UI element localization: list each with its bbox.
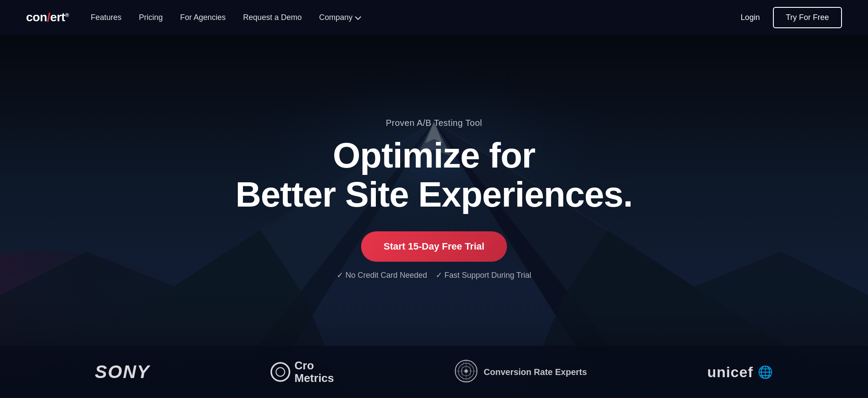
cre-svg (454, 359, 478, 383)
nav-item-demo[interactable]: Request a Demo (243, 13, 302, 22)
nav-item-agencies[interactable]: For Agencies (180, 13, 226, 22)
crometrics-svg (270, 362, 290, 382)
cro-text: Cro (295, 359, 334, 372)
unicef-globe-icon: 🌐 (758, 365, 773, 379)
try-free-button[interactable]: Try For Free (773, 7, 842, 28)
login-link[interactable]: Login (741, 13, 760, 22)
nav-link-features[interactable]: Features (91, 13, 122, 22)
sony-logo: SONY (95, 362, 150, 382)
logo-slash: / (47, 10, 50, 24)
hero-section: Proven A/B Testing Tool Optimize for Bet… (0, 35, 868, 398)
hero-subtitle: Proven A/B Testing Tool (386, 118, 482, 128)
hero-content: Proven A/B Testing Tool Optimize for Bet… (236, 118, 633, 280)
trial-cta-button[interactable]: Start 15-Day Free Trial (361, 231, 507, 262)
crometrics-icon (270, 362, 290, 382)
cre-label: Conversion Rate Experts (484, 367, 587, 377)
hero-title: Optimize for Better Site Experiences. (236, 136, 633, 214)
nav-left: con/ert® Features Pricing For Agencies R… (26, 10, 360, 24)
company-chevron-icon (355, 13, 361, 20)
nav-links: Features Pricing For Agencies Request a … (91, 13, 360, 22)
nav-right: Login Try For Free (741, 7, 842, 28)
nav-item-company[interactable]: Company (319, 13, 360, 22)
unicef-logo-text: unicef 🌐 (707, 364, 773, 381)
nav-item-features[interactable]: Features (91, 13, 122, 22)
nav-link-company[interactable]: Company (319, 13, 360, 22)
cre-icon (454, 359, 478, 385)
svg-point-15 (276, 368, 285, 376)
sony-logo-text: SONY (95, 362, 150, 382)
trust-no-credit-card: ✓ No Credit Card Needed (337, 270, 427, 280)
metrics-text: Metrics (295, 372, 334, 385)
nav-link-pricing[interactable]: Pricing (139, 13, 163, 22)
logo-text: con/ert® (26, 10, 69, 24)
nav-link-agencies[interactable]: For Agencies (180, 13, 226, 22)
nav-link-demo[interactable]: Request a Demo (243, 13, 302, 22)
client-logos-section: SONY Cro Metrics (0, 346, 868, 398)
hero-trust-indicators: ✓ No Credit Card Needed ✓ Fast Support D… (337, 270, 531, 280)
unicef-logo: unicef 🌐 (707, 364, 773, 381)
crometrics-logo: Cro Metrics (270, 359, 334, 384)
cre-logo: Conversion Rate Experts (454, 359, 587, 385)
trust-fast-support: ✓ Fast Support During Trial (436, 270, 531, 280)
nav-item-pricing[interactable]: Pricing (139, 13, 163, 22)
navbar: con/ert® Features Pricing For Agencies R… (0, 0, 868, 35)
crometrics-name: Cro Metrics (295, 359, 334, 384)
logo[interactable]: con/ert® (26, 10, 69, 24)
